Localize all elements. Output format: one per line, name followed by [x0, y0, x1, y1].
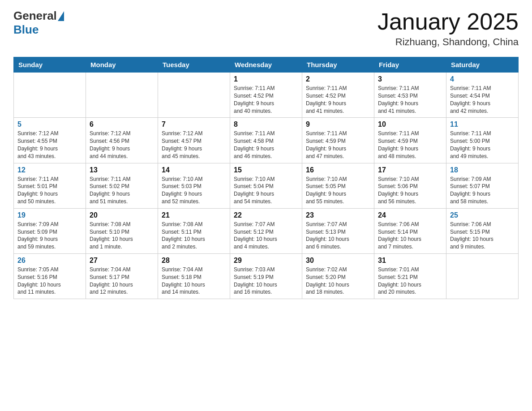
day-info: Sunrise: 7:05 AM Sunset: 5:16 PM Dayligh…	[17, 266, 82, 296]
day-info: Sunrise: 7:01 AM Sunset: 5:21 PM Dayligh…	[378, 266, 442, 296]
day-number: 6	[90, 120, 154, 128]
calendar-cell: 15Sunrise: 7:10 AM Sunset: 5:04 PM Dayli…	[230, 163, 302, 208]
header-wednesday: Wednesday	[230, 57, 302, 73]
header-monday: Monday	[86, 57, 158, 73]
calendar-cell	[86, 73, 158, 118]
day-number: 10	[378, 120, 442, 128]
day-number: 16	[306, 166, 370, 174]
day-number: 19	[17, 211, 82, 219]
calendar-cell: 24Sunrise: 7:06 AM Sunset: 5:14 PM Dayli…	[374, 208, 446, 253]
day-number: 17	[378, 166, 442, 174]
day-number: 21	[162, 211, 226, 219]
day-info: Sunrise: 7:04 AM Sunset: 5:18 PM Dayligh…	[162, 266, 226, 296]
calendar-cell	[446, 253, 519, 299]
calendar-cell: 19Sunrise: 7:09 AM Sunset: 5:09 PM Dayli…	[14, 208, 86, 253]
header-tuesday: Tuesday	[158, 57, 230, 73]
day-number: 1	[234, 75, 298, 83]
calendar-cell: 8Sunrise: 7:11 AM Sunset: 4:58 PM Daylig…	[230, 118, 302, 163]
calendar-cell: 30Sunrise: 7:02 AM Sunset: 5:20 PM Dayli…	[302, 253, 374, 299]
calendar-location: Rizhuang, Shandong, China	[378, 36, 519, 48]
calendar-cell: 4Sunrise: 7:11 AM Sunset: 4:54 PM Daylig…	[446, 73, 519, 118]
day-number: 18	[450, 166, 515, 174]
day-number: 24	[378, 211, 442, 219]
calendar-cell: 28Sunrise: 7:04 AM Sunset: 5:18 PM Dayli…	[158, 253, 230, 299]
calendar-week-row: 26Sunrise: 7:05 AM Sunset: 5:16 PM Dayli…	[14, 253, 519, 299]
calendar-cell: 9Sunrise: 7:11 AM Sunset: 4:59 PM Daylig…	[302, 118, 374, 163]
calendar-cell: 2Sunrise: 7:11 AM Sunset: 4:52 PM Daylig…	[302, 73, 374, 118]
day-info: Sunrise: 7:10 AM Sunset: 5:04 PM Dayligh…	[234, 176, 298, 206]
calendar-cell: 3Sunrise: 7:11 AM Sunset: 4:53 PM Daylig…	[374, 73, 446, 118]
day-info: Sunrise: 7:12 AM Sunset: 4:57 PM Dayligh…	[162, 130, 226, 160]
calendar-cell: 29Sunrise: 7:03 AM Sunset: 5:19 PM Dayli…	[230, 253, 302, 299]
calendar-cell: 14Sunrise: 7:10 AM Sunset: 5:03 PM Dayli…	[158, 163, 230, 208]
day-info: Sunrise: 7:11 AM Sunset: 5:02 PM Dayligh…	[90, 176, 154, 206]
day-info: Sunrise: 7:09 AM Sunset: 5:07 PM Dayligh…	[450, 176, 515, 206]
header-saturday: Saturday	[446, 57, 519, 73]
calendar-cell: 7Sunrise: 7:12 AM Sunset: 4:57 PM Daylig…	[158, 118, 230, 163]
day-info: Sunrise: 7:11 AM Sunset: 4:58 PM Dayligh…	[234, 130, 298, 160]
page-header: General Blue January 2025 Rizhuang, Shan…	[13, 9, 519, 48]
day-number: 28	[162, 257, 226, 265]
calendar-cell: 5Sunrise: 7:12 AM Sunset: 4:55 PM Daylig…	[14, 118, 86, 163]
calendar-cell: 6Sunrise: 7:12 AM Sunset: 4:56 PM Daylig…	[86, 118, 158, 163]
day-number: 23	[306, 211, 370, 219]
day-info: Sunrise: 7:04 AM Sunset: 5:17 PM Dayligh…	[90, 266, 154, 296]
day-info: Sunrise: 7:06 AM Sunset: 5:15 PM Dayligh…	[450, 221, 515, 251]
calendar-cell	[158, 73, 230, 118]
day-number: 9	[306, 120, 370, 128]
day-info: Sunrise: 7:12 AM Sunset: 4:55 PM Dayligh…	[17, 130, 82, 160]
day-info: Sunrise: 7:08 AM Sunset: 5:11 PM Dayligh…	[162, 221, 226, 251]
day-info: Sunrise: 7:03 AM Sunset: 5:19 PM Dayligh…	[234, 266, 298, 296]
day-number: 22	[234, 211, 298, 219]
day-number: 26	[17, 257, 82, 265]
day-info: Sunrise: 7:08 AM Sunset: 5:10 PM Dayligh…	[90, 221, 154, 251]
calendar-cell: 25Sunrise: 7:06 AM Sunset: 5:15 PM Dayli…	[446, 208, 519, 253]
day-number: 11	[450, 120, 515, 128]
calendar-cell: 12Sunrise: 7:11 AM Sunset: 5:01 PM Dayli…	[14, 163, 86, 208]
calendar-cell: 11Sunrise: 7:11 AM Sunset: 5:00 PM Dayli…	[446, 118, 519, 163]
calendar-cell: 21Sunrise: 7:08 AM Sunset: 5:11 PM Dayli…	[158, 208, 230, 253]
day-info: Sunrise: 7:11 AM Sunset: 4:59 PM Dayligh…	[378, 130, 442, 160]
calendar-title: January 2025	[378, 9, 519, 34]
day-number: 7	[162, 120, 226, 128]
day-number: 2	[306, 75, 370, 83]
calendar-cell	[14, 73, 86, 118]
day-info: Sunrise: 7:12 AM Sunset: 4:56 PM Dayligh…	[90, 130, 154, 160]
day-info: Sunrise: 7:06 AM Sunset: 5:14 PM Dayligh…	[378, 221, 442, 251]
title-area: January 2025 Rizhuang, Shandong, China	[378, 9, 519, 48]
calendar-cell: 31Sunrise: 7:01 AM Sunset: 5:21 PM Dayli…	[374, 253, 446, 299]
day-info: Sunrise: 7:02 AM Sunset: 5:20 PM Dayligh…	[306, 266, 370, 296]
day-info: Sunrise: 7:11 AM Sunset: 4:52 PM Dayligh…	[234, 85, 298, 115]
logo-general-text: General	[13, 9, 57, 23]
day-info: Sunrise: 7:07 AM Sunset: 5:12 PM Dayligh…	[234, 221, 298, 251]
calendar-cell: 10Sunrise: 7:11 AM Sunset: 4:59 PM Dayli…	[374, 118, 446, 163]
header-sunday: Sunday	[14, 57, 86, 73]
day-info: Sunrise: 7:11 AM Sunset: 4:59 PM Dayligh…	[306, 130, 370, 160]
day-number: 8	[234, 120, 298, 128]
calendar-cell: 17Sunrise: 7:10 AM Sunset: 5:06 PM Dayli…	[374, 163, 446, 208]
day-number: 3	[378, 75, 442, 83]
calendar-cell: 1Sunrise: 7:11 AM Sunset: 4:52 PM Daylig…	[230, 73, 302, 118]
calendar-week-row: 1Sunrise: 7:11 AM Sunset: 4:52 PM Daylig…	[14, 73, 519, 118]
calendar-cell: 18Sunrise: 7:09 AM Sunset: 5:07 PM Dayli…	[446, 163, 519, 208]
weekday-header-row: Sunday Monday Tuesday Wednesday Thursday…	[14, 57, 519, 73]
calendar-cell: 22Sunrise: 7:07 AM Sunset: 5:12 PM Dayli…	[230, 208, 302, 253]
day-info: Sunrise: 7:10 AM Sunset: 5:06 PM Dayligh…	[378, 176, 442, 206]
calendar-cell: 23Sunrise: 7:07 AM Sunset: 5:13 PM Dayli…	[302, 208, 374, 253]
calendar-cell: 20Sunrise: 7:08 AM Sunset: 5:10 PM Dayli…	[86, 208, 158, 253]
day-info: Sunrise: 7:09 AM Sunset: 5:09 PM Dayligh…	[17, 221, 82, 251]
day-number: 31	[378, 257, 442, 265]
day-number: 25	[450, 211, 515, 219]
day-number: 13	[90, 166, 154, 174]
header-thursday: Thursday	[302, 57, 374, 73]
calendar-week-row: 12Sunrise: 7:11 AM Sunset: 5:01 PM Dayli…	[14, 163, 519, 208]
day-number: 15	[234, 166, 298, 174]
calendar-table: Sunday Monday Tuesday Wednesday Thursday…	[13, 57, 519, 299]
calendar-cell: 27Sunrise: 7:04 AM Sunset: 5:17 PM Dayli…	[86, 253, 158, 299]
day-number: 20	[90, 211, 154, 219]
calendar-week-row: 5Sunrise: 7:12 AM Sunset: 4:55 PM Daylig…	[14, 118, 519, 163]
day-number: 4	[450, 75, 515, 83]
day-info: Sunrise: 7:10 AM Sunset: 5:03 PM Dayligh…	[162, 176, 226, 206]
calendar-cell: 13Sunrise: 7:11 AM Sunset: 5:02 PM Dayli…	[86, 163, 158, 208]
day-info: Sunrise: 7:07 AM Sunset: 5:13 PM Dayligh…	[306, 221, 370, 251]
